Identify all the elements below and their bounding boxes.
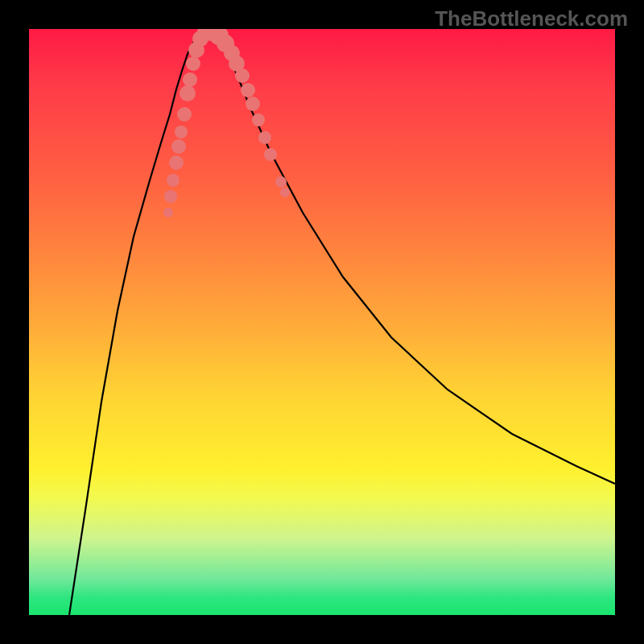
data-point — [264, 148, 277, 161]
data-point — [180, 85, 196, 101]
data-point — [186, 56, 200, 71]
data-point — [280, 188, 290, 197]
data-point — [169, 155, 184, 170]
data-point — [275, 176, 287, 188]
data-point — [235, 68, 250, 83]
data-point — [171, 139, 186, 154]
v-curve-line — [69, 33, 615, 615]
data-point — [167, 174, 180, 187]
data-point — [163, 208, 173, 217]
data-point — [183, 72, 197, 87]
data-point — [252, 114, 265, 126]
scatter-points-group — [163, 29, 290, 217]
watermark-text: TheBottleneck.com — [435, 6, 628, 31]
data-point — [258, 131, 271, 144]
data-point — [177, 107, 192, 122]
data-point — [175, 126, 188, 138]
chart-svg — [29, 29, 615, 615]
data-point — [241, 83, 255, 97]
data-point — [246, 97, 260, 111]
chart-plot-area — [29, 29, 615, 615]
data-point — [164, 190, 177, 203]
